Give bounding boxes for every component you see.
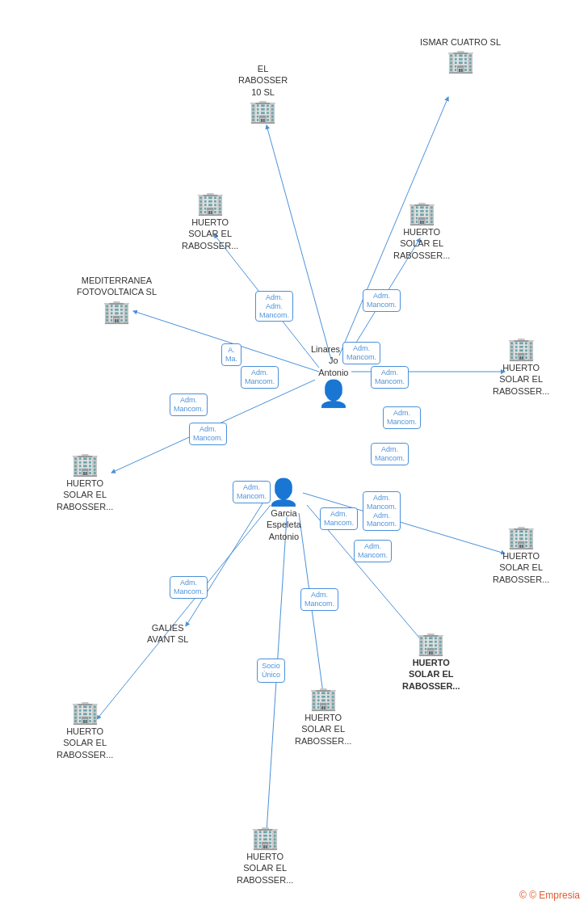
node-el-rabosser-10: ELRABOSSER10 SL 🏢	[238, 63, 288, 124]
svg-line-0	[267, 125, 331, 360]
adm-box-9: Adm.Mancom.	[383, 406, 421, 429]
adm-box-3: Adm.Mancom.	[241, 366, 279, 389]
adm-box-6: Adm.Mancom.	[363, 289, 401, 312]
adm-box-8: Adm.Mancom.	[371, 366, 409, 389]
adm-box-4: Adm.Mancom.	[170, 393, 208, 416]
adm-box-5: Adm.Mancom.	[189, 423, 227, 445]
building-icon-mediterranea: 🏢	[103, 298, 131, 325]
building-icon-huerto-b: 🏢	[251, 824, 279, 851]
building-icon-huerto-red: 🏢	[417, 630, 445, 657]
adm-box-12: Adm.Mancom.	[320, 507, 358, 530]
building-icon-huerto-rl: 🏢	[507, 524, 536, 550]
building-icon-huerto-lm: 🏢	[71, 451, 99, 478]
adm-box-11: Adm.Mancom.	[233, 481, 271, 503]
building-icon-rabosser10: 🏢	[249, 98, 277, 124]
building-icon-huerto-tl: 🏢	[196, 190, 225, 217]
node-galies-avant: GALIESAVANT SL	[147, 622, 188, 646]
adm-box-2: A.Ma.	[221, 343, 242, 366]
adm-box-10: Adm.Mancom.	[371, 443, 409, 465]
adm-box-1: Adm.Adm.Mancom.	[255, 291, 293, 322]
logo-text: © Empresia	[529, 890, 580, 901]
node-huerto-red: 🏢 HUERTOSOLAR ELRABOSSER...	[402, 630, 460, 692]
adm-box-13: Adm.Mancom.Adm.Mancom.	[363, 491, 401, 531]
node-huerto-left-mid: 🏢 HUERTOSOLAR ELRABOSSER...	[57, 451, 113, 512]
person-icon-garcia: 👤	[267, 477, 300, 507]
node-garcia: 👤 GarciaEspeletaAntonio	[267, 477, 301, 542]
adm-box-16: Adm.Mancom.	[170, 576, 208, 599]
node-huerto-right-top: 🏢 HUERTOSOLAR ELRABOSSER...	[393, 200, 450, 261]
node-huerto-bottom-left: 🏢 HUERTOSOLAR ELRABOSSER...	[57, 699, 113, 760]
person-icon-linares: 👤	[317, 378, 350, 409]
building-icon-huerto-bm: 🏢	[309, 685, 338, 712]
adm-box-15: Adm.Mancom.	[300, 588, 338, 611]
empresia-logo: © © Empresia	[519, 890, 580, 901]
node-huerto-right-mid: 🏢 HUERTOSOLAR ELRABOSSER...	[493, 335, 549, 397]
building-icon-huerto-bl: 🏢	[71, 699, 99, 726]
svg-line-9	[97, 505, 271, 719]
node-ismar-cuatro: ISMAR CUATRO SL 🏢	[420, 36, 501, 74]
node-huerto-bottom-mid: 🏢 HUERTOSOLAR ELRABOSSER...	[295, 685, 351, 747]
node-huerto-bottom: 🏢 HUERTOSOLAR ELRABOSSER...	[237, 824, 293, 886]
node-huerto-top-left: 🏢 HUERTOSOLAR ELRABOSSER...	[182, 190, 238, 251]
svg-line-10	[186, 497, 267, 626]
copyright-symbol: ©	[519, 890, 527, 901]
socio-unico-box: SocioÚnico	[257, 659, 285, 683]
building-icon-ismar: 🏢	[447, 48, 475, 74]
adm-box-14: Adm.Mancom.	[354, 540, 392, 562]
building-icon-huerto-rm: 🏢	[507, 335, 536, 362]
node-mediterranea: MEDITERRANEAFOTOVOLTAICA SL 🏢	[77, 275, 157, 325]
node-huerto-right-low: 🏢 HUERTOSOLAR ELRABOSSER...	[493, 524, 549, 585]
building-icon-huerto-rt: 🏢	[408, 200, 436, 226]
adm-box-7: Adm.Mancom.	[342, 342, 380, 364]
